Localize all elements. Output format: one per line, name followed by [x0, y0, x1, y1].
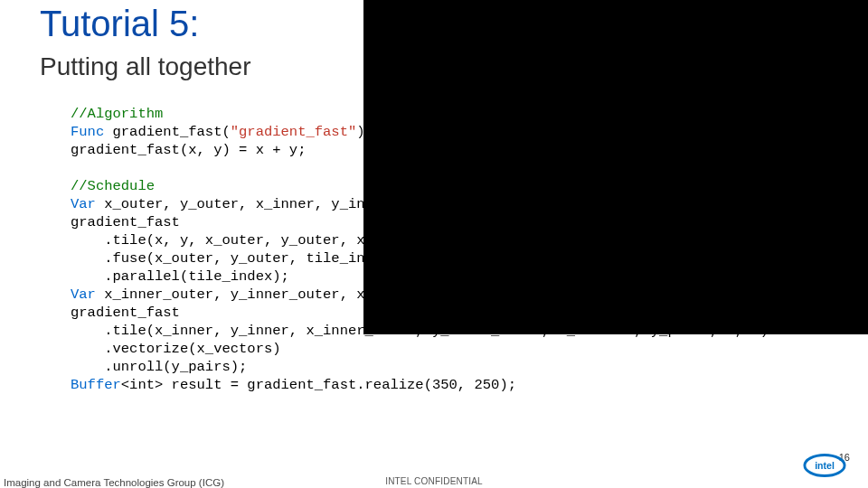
footer-center: INTEL CONFIDENTIAL	[0, 476, 868, 486]
code-text: <int> result = gradient_fast.realize(350…	[121, 377, 516, 393]
code-text: .parallel(tile_index);	[71, 268, 289, 285]
code-block: //Algorithm Func gradient_fast("gradient…	[71, 105, 769, 394]
code-comment: //Schedule	[71, 178, 155, 194]
code-text: .fuse(x_outer, y_outer, tile_index)	[71, 250, 399, 267]
code-text: x_outer, y_outer, x_inner, y_inner, tile…	[96, 196, 499, 212]
slide: Tutorial 5: Putting all together //Algor…	[0, 0, 868, 488]
code-text: gradient_fast	[71, 214, 180, 230]
slide-subtitle: Putting all together	[40, 52, 251, 81]
code-string: "gradient_fast"	[231, 124, 357, 140]
code-text: );	[356, 124, 373, 140]
code-text: .unroll(y_pairs);	[71, 359, 247, 375]
logo-text: intel	[815, 460, 835, 471]
code-text: gradient_fast(x, y) = x + y;	[71, 142, 306, 158]
code-text: .tile(x_inner, y_inner, x_inner_outer, y…	[71, 323, 769, 339]
code-text: .tile(x, y, x_outer, y_outer, x_inner, y…	[71, 232, 567, 249]
slide-title: Tutorial 5:	[40, 4, 199, 44]
code-keyword: Func	[71, 124, 104, 140]
code-keyword: Var	[71, 286, 96, 303]
code-text: gradient_fast(	[104, 124, 231, 140]
code-text: .vectorize(x_vectors)	[71, 341, 281, 357]
code-comment: //Algorithm	[71, 106, 163, 122]
code-text: x_inner_outer, y_inner_outer, x_vectors,…	[96, 286, 516, 303]
intel-logo-icon: intel	[803, 452, 846, 483]
code-keyword: Buffer	[71, 377, 121, 393]
code-text: gradient_fast	[71, 305, 180, 321]
code-keyword: Var	[71, 196, 96, 212]
